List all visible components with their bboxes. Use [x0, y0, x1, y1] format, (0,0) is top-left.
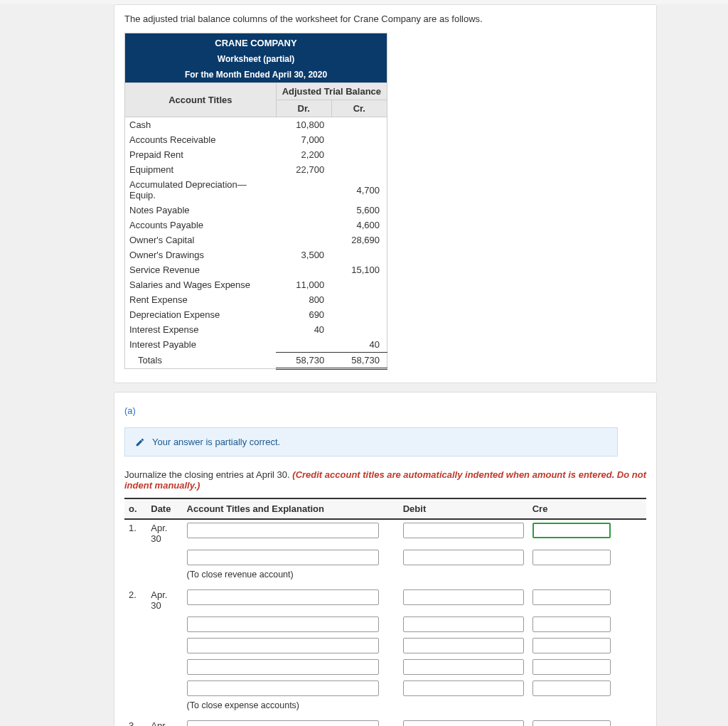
- tb-cr: [331, 277, 387, 292]
- tb-dr: [276, 177, 331, 203]
- journal-instr-plain: Journalize the closing entries at April …: [124, 469, 292, 480]
- tb-dr: 690: [276, 307, 331, 322]
- part-a-label: (a): [124, 405, 646, 416]
- tb-cr: 15,100: [331, 262, 387, 277]
- tb-dr: 800: [276, 292, 331, 307]
- credit-input[interactable]: [532, 638, 611, 653]
- tb-cr: 28,690: [331, 233, 387, 247]
- debit-input[interactable]: [403, 638, 524, 653]
- part-a-card: (a) Your answer is partially correct. Jo…: [114, 392, 657, 726]
- company-name: CRANE COMPANY: [125, 33, 387, 52]
- tb-account: Interest Payable: [125, 337, 277, 353]
- credit-input[interactable]: [532, 616, 611, 632]
- tb-dr: [276, 203, 331, 218]
- feedback-text: Your answer is partially correct.: [152, 437, 280, 447]
- entry-date: Apr.30: [146, 519, 182, 547]
- tb-account: Salaries and Wages Expense: [125, 277, 277, 292]
- totals-dr: 58,730: [276, 353, 331, 369]
- tb-account: Cash: [125, 117, 277, 133]
- totals-cr: 58,730: [331, 353, 387, 369]
- tb-cr: [331, 117, 387, 133]
- credit-input[interactable]: [532, 523, 611, 538]
- tb-dr: [276, 233, 331, 247]
- account-title-input[interactable]: [187, 550, 379, 565]
- credit-input[interactable]: [532, 550, 611, 565]
- trial-balance-table: CRANE COMPANY Worksheet (partial) For th…: [124, 33, 387, 370]
- col-account-titles: Account Titles: [125, 83, 277, 117]
- credit-input[interactable]: [532, 659, 611, 675]
- tb-cr: [331, 322, 387, 337]
- tb-account: Accumulated Depreciation—Equip.: [125, 177, 277, 203]
- tb-dr: 40: [276, 322, 331, 337]
- col-date: Date: [146, 498, 182, 519]
- tb-account: Prepaid Rent: [125, 147, 277, 162]
- feedback-banner: Your answer is partially correct.: [124, 427, 618, 457]
- tb-account: Accounts Receivable: [125, 132, 277, 147]
- tb-cr: 4,700: [331, 177, 387, 203]
- account-title-input[interactable]: [187, 523, 379, 538]
- tb-account: Accounts Payable: [125, 218, 277, 233]
- tb-account: Owner's Drawings: [125, 247, 277, 262]
- col-adjusted-trial-balance: Adjusted Trial Balance: [276, 83, 387, 100]
- entry-caption: (To close revenue account): [183, 568, 646, 587]
- totals-label: Totals: [125, 353, 277, 369]
- account-title-input[interactable]: [187, 616, 379, 632]
- col-dr: Dr.: [276, 100, 331, 117]
- tb-cr: [331, 132, 387, 147]
- tb-dr: 3,500: [276, 247, 331, 262]
- debit-input[interactable]: [403, 523, 524, 538]
- tb-account: Depreciation Expense: [125, 307, 277, 322]
- tb-cr: 4,600: [331, 218, 387, 233]
- col-account: Account Titles and Explanation: [183, 498, 399, 519]
- tb-dr: 11,000: [276, 277, 331, 292]
- tb-dr: [276, 262, 331, 277]
- entry-no: 3.: [124, 717, 146, 726]
- tb-cr: [331, 307, 387, 322]
- debit-input[interactable]: [403, 680, 524, 696]
- report-name: Worksheet (partial): [125, 51, 387, 67]
- tb-account: Owner's Capital: [125, 233, 277, 247]
- tb-account: Equipment: [125, 162, 277, 177]
- debit-input[interactable]: [403, 589, 524, 605]
- debit-input[interactable]: [403, 720, 524, 726]
- intro-text: The adjusted trial balance columns of th…: [124, 14, 646, 24]
- tb-cr: [331, 147, 387, 162]
- debit-input[interactable]: [403, 616, 524, 632]
- tb-dr: [276, 337, 331, 353]
- trial-balance-card: The adjusted trial balance columns of th…: [114, 4, 657, 383]
- tb-dr: [276, 218, 331, 233]
- credit-input[interactable]: [532, 589, 611, 605]
- pencil-icon: [135, 437, 145, 447]
- tb-cr: 40: [331, 337, 387, 353]
- col-no: o.: [124, 498, 146, 519]
- entry-date: Apr.30: [146, 587, 182, 614]
- credit-input[interactable]: [532, 680, 611, 696]
- account-title-input[interactable]: [187, 720, 379, 726]
- col-cr: Cr.: [331, 100, 387, 117]
- tb-account: Notes Payable: [125, 203, 277, 218]
- tb-account: Service Revenue: [125, 262, 277, 277]
- tb-cr: [331, 162, 387, 177]
- debit-input[interactable]: [403, 659, 524, 675]
- entry-date: Apr.30: [146, 717, 182, 726]
- tb-account: Interest Expense: [125, 322, 277, 337]
- account-title-input[interactable]: [187, 680, 379, 696]
- account-title-input[interactable]: [187, 589, 379, 605]
- col-debit: Debit: [399, 498, 528, 519]
- col-credit: Cre: [528, 498, 646, 519]
- account-title-input[interactable]: [187, 659, 379, 675]
- tb-cr: [331, 292, 387, 307]
- entry-no: 1.: [124, 519, 146, 547]
- debit-input[interactable]: [403, 550, 524, 565]
- tb-dr: 10,800: [276, 117, 331, 133]
- tb-account: Rent Expense: [125, 292, 277, 307]
- tb-cr: [331, 247, 387, 262]
- account-title-input[interactable]: [187, 638, 379, 653]
- tb-dr: 2,200: [276, 147, 331, 162]
- credit-input[interactable]: [532, 720, 611, 726]
- entry-caption: (To close expense accounts): [183, 699, 646, 717]
- period: For the Month Ended April 30, 2020: [125, 67, 387, 83]
- tb-dr: 22,700: [276, 162, 331, 177]
- journal-table: o. Date Account Titles and Explanation D…: [124, 498, 646, 726]
- entry-no: 2.: [124, 587, 146, 614]
